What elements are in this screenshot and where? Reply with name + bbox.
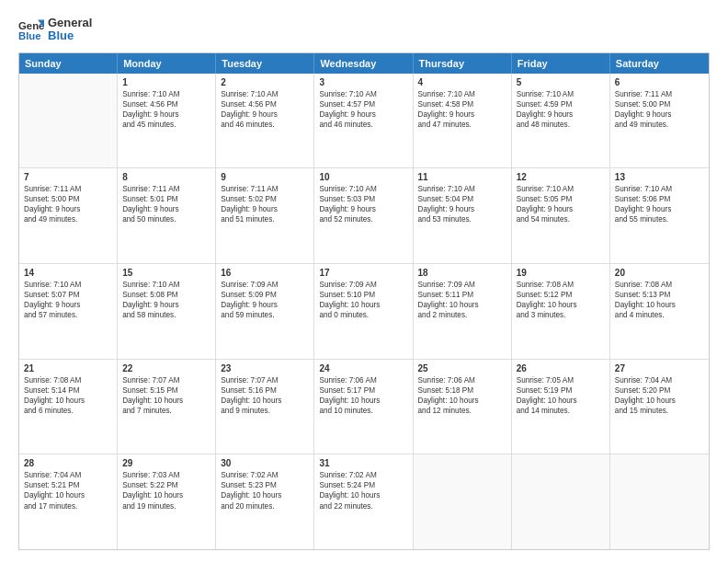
day-cell-5: 5Sunrise: 7:10 AMSunset: 4:59 PMDaylight… <box>512 74 610 168</box>
day-info-line: Sunset: 5:02 PM <box>221 194 309 204</box>
day-number: 17 <box>319 268 407 278</box>
day-cell-30: 30Sunrise: 7:02 AMSunset: 5:23 PMDayligh… <box>216 454 314 549</box>
day-info-line: Daylight: 10 hours <box>24 490 112 500</box>
day-info-line: and 49 minutes. <box>615 120 704 130</box>
day-info-line: and 46 minutes. <box>221 120 309 130</box>
day-info-line: Sunset: 5:19 PM <box>517 385 605 396</box>
day-info-line: Sunset: 5:12 PM <box>517 290 605 300</box>
day-info-line: and 3 minutes. <box>517 310 605 320</box>
day-cell-17: 17Sunrise: 7:09 AMSunset: 5:10 PMDayligh… <box>314 264 413 359</box>
logo-blue: Blue <box>48 29 92 42</box>
day-info-line: Daylight: 9 hours <box>517 109 605 120</box>
day-info-line: Sunrise: 7:02 AM <box>221 470 309 480</box>
day-info-line: and 20 minutes. <box>221 501 309 511</box>
day-number: 12 <box>517 172 605 182</box>
day-info-line: Sunset: 5:00 PM <box>24 194 112 204</box>
day-cell-20: 20Sunrise: 7:08 AMSunset: 5:13 PMDayligh… <box>610 264 709 359</box>
day-info-line: and 45 minutes. <box>122 120 210 130</box>
day-info-line: Sunrise: 7:10 AM <box>122 89 210 99</box>
calendar-week-1: 1Sunrise: 7:10 AMSunset: 4:56 PMDaylight… <box>19 74 709 169</box>
day-info-line: Sunrise: 7:02 AM <box>319 470 407 480</box>
day-cell-27: 27Sunrise: 7:04 AMSunset: 5:20 PMDayligh… <box>610 360 709 454</box>
day-cell-15: 15Sunrise: 7:10 AMSunset: 5:08 PMDayligh… <box>118 264 216 359</box>
day-info-line: Daylight: 9 hours <box>319 204 407 214</box>
day-number: 5 <box>517 77 605 87</box>
day-info-line: and 0 minutes. <box>319 310 407 320</box>
day-info-line: Sunrise: 7:11 AM <box>615 89 704 99</box>
day-info-line: Sunset: 5:06 PM <box>615 194 704 204</box>
day-info-line: Sunrise: 7:08 AM <box>615 280 704 290</box>
day-info-line: Sunrise: 7:10 AM <box>319 184 407 194</box>
day-info-line: Sunset: 5:00 PM <box>615 99 704 109</box>
day-info-line: Daylight: 10 hours <box>221 396 309 406</box>
day-info-line: Sunset: 5:07 PM <box>24 290 112 300</box>
logo-general: General <box>48 17 92 29</box>
day-info-line: Sunset: 5:04 PM <box>418 194 506 204</box>
day-info-line: Daylight: 9 hours <box>517 204 605 214</box>
day-number: 25 <box>418 363 506 373</box>
day-number: 10 <box>319 172 407 182</box>
calendar: SundayMondayTuesdayWednesdayThursdayFrid… <box>18 52 710 550</box>
day-info-line: and 52 minutes. <box>319 214 407 224</box>
day-cell-9: 9Sunrise: 7:11 AMSunset: 5:02 PMDaylight… <box>216 168 314 263</box>
day-number: 9 <box>221 172 309 182</box>
day-info-line: Daylight: 10 hours <box>517 396 605 406</box>
day-info-line: and 47 minutes. <box>418 120 506 130</box>
day-info-line: and 54 minutes. <box>517 214 605 224</box>
weekday-header-saturday: Saturday <box>610 53 709 74</box>
day-info-line: Sunset: 5:11 PM <box>418 290 506 300</box>
day-info-line: and 2 minutes. <box>418 310 506 320</box>
day-info-line: Sunrise: 7:10 AM <box>418 89 506 99</box>
day-info-line: Sunrise: 7:09 AM <box>418 280 506 290</box>
day-info-line: Sunset: 5:13 PM <box>615 290 704 300</box>
day-info-line: Sunrise: 7:08 AM <box>517 280 605 290</box>
day-info-line: Sunrise: 7:10 AM <box>221 89 309 99</box>
day-number: 30 <box>221 458 309 468</box>
day-cell-13: 13Sunrise: 7:10 AMSunset: 5:06 PMDayligh… <box>610 168 709 263</box>
weekday-header-friday: Friday <box>512 53 610 74</box>
day-cell-11: 11Sunrise: 7:10 AMSunset: 5:04 PMDayligh… <box>414 168 512 263</box>
day-info-line: Daylight: 9 hours <box>615 109 704 120</box>
day-number: 6 <box>615 77 704 87</box>
day-info-line: and 9 minutes. <box>221 406 309 416</box>
day-info-line: and 46 minutes. <box>319 120 407 130</box>
day-cell-23: 23Sunrise: 7:07 AMSunset: 5:16 PMDayligh… <box>216 360 314 454</box>
day-info-line: Sunrise: 7:09 AM <box>221 280 309 290</box>
day-info-line: Sunrise: 7:10 AM <box>319 89 407 99</box>
day-info-line: Sunset: 5:22 PM <box>122 480 210 490</box>
day-number: 29 <box>122 458 210 468</box>
weekday-header-monday: Monday <box>118 53 216 74</box>
day-info-line: Sunset: 5:20 PM <box>615 385 704 396</box>
svg-text:Blue: Blue <box>18 30 41 41</box>
day-info-line: Daylight: 10 hours <box>615 300 704 310</box>
day-info-line: Daylight: 9 hours <box>122 300 210 310</box>
day-cell-26: 26Sunrise: 7:05 AMSunset: 5:19 PMDayligh… <box>512 360 610 454</box>
day-number: 15 <box>122 268 210 278</box>
day-info-line: and 14 minutes. <box>517 406 605 416</box>
day-info-line: Sunrise: 7:10 AM <box>615 184 704 194</box>
day-info-line: Sunrise: 7:09 AM <box>319 280 407 290</box>
day-info-line: and 50 minutes. <box>122 214 210 224</box>
day-number: 27 <box>615 363 704 373</box>
logo: General Blue General Blue <box>18 17 92 43</box>
calendar-week-4: 21Sunrise: 7:08 AMSunset: 5:14 PMDayligh… <box>19 360 709 455</box>
day-number: 11 <box>418 172 506 182</box>
day-info-line: Sunset: 5:05 PM <box>517 194 605 204</box>
day-info-line: Daylight: 9 hours <box>221 300 309 310</box>
day-info-line: and 57 minutes. <box>24 310 112 320</box>
day-cell-22: 22Sunrise: 7:07 AMSunset: 5:15 PMDayligh… <box>118 360 216 454</box>
day-number: 21 <box>24 363 112 373</box>
day-number: 14 <box>24 268 112 278</box>
day-cell-29: 29Sunrise: 7:03 AMSunset: 5:22 PMDayligh… <box>118 454 216 549</box>
day-info-line: Sunrise: 7:10 AM <box>24 280 112 290</box>
day-info-line: Daylight: 10 hours <box>221 490 309 500</box>
day-info-line: Sunrise: 7:11 AM <box>221 184 309 194</box>
day-cell-16: 16Sunrise: 7:09 AMSunset: 5:09 PMDayligh… <box>216 264 314 359</box>
calendar-body: 1Sunrise: 7:10 AMSunset: 4:56 PMDaylight… <box>19 74 709 549</box>
day-number: 31 <box>319 458 407 468</box>
empty-cell <box>414 454 512 549</box>
day-info-line: and 17 minutes. <box>24 501 112 511</box>
page: General Blue General Blue SundayMondayTu… <box>0 0 728 563</box>
empty-cell <box>610 454 709 549</box>
day-info-line: Daylight: 10 hours <box>122 490 210 500</box>
